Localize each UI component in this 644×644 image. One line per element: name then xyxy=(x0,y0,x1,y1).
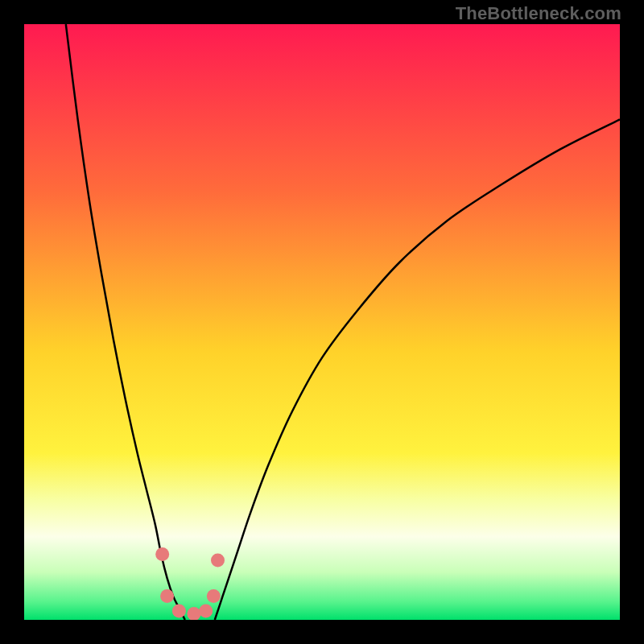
chart-frame: TheBottleneck.com xyxy=(0,0,644,644)
watermark-text: TheBottleneck.com xyxy=(456,3,621,24)
marker-dot xyxy=(211,554,225,568)
marker-dot xyxy=(207,589,221,603)
plot-area xyxy=(24,24,620,620)
gradient-background xyxy=(24,24,620,620)
marker-dot xyxy=(160,589,174,603)
chart-svg xyxy=(24,24,620,620)
marker-dot xyxy=(199,604,213,617)
marker-dot xyxy=(155,547,169,561)
marker-dot xyxy=(172,604,186,617)
